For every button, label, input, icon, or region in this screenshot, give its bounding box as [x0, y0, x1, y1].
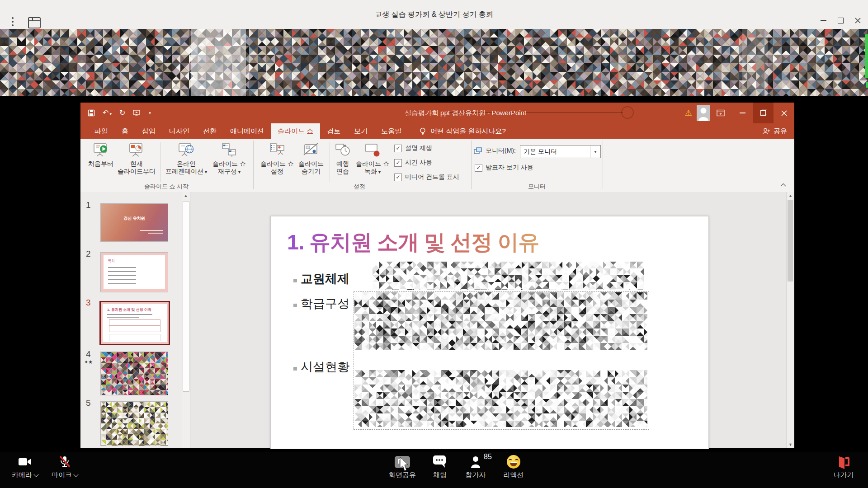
restore-window-button[interactable] — [833, 14, 848, 27]
hide-slide-button[interactable]: 슬라이드숨기기 — [292, 142, 330, 175]
slide-body: 1. 유치원 소개 및 선정 이유 — [103, 304, 167, 342]
share-button[interactable]: 공유 — [762, 123, 787, 139]
scrollbar-thumb[interactable] — [788, 200, 793, 282]
thumb3-title: 1. 유치원 소개 및 선정 이유 — [107, 307, 151, 312]
scroll-up-arrow[interactable]: ▲ — [787, 193, 794, 198]
slide-thumbnail-1[interactable]: 경산 유치원 — [100, 203, 168, 242]
dropdown-caret — [237, 168, 241, 175]
close-window-button[interactable] — [850, 14, 865, 27]
checkbox-icon — [394, 145, 402, 152]
record-slideshow-icon — [363, 142, 382, 159]
scroll-down-arrow[interactable]: ▼ — [787, 442, 794, 447]
bullet-square — [293, 279, 297, 282]
animation-star-icon: ✦★ — [84, 359, 93, 365]
participant-count: 85 — [484, 453, 492, 461]
slide-thumbnail-3-selected[interactable]: 1. 유치원 소개 및 선정 이유 — [99, 301, 170, 345]
censored-content-mosaic — [373, 262, 644, 290]
slide-number-selected: 3 — [86, 298, 91, 308]
checkbox-show-media-controls[interactable]: 미디어 컨트롤 표시 — [394, 173, 459, 181]
current-slide[interactable]: 1. 유치원 소개 및 선정 이유 교원체제 학급구성 시설현황 — [270, 216, 709, 449]
monitor-select[interactable]: 기본 모니터 — [520, 145, 601, 158]
rehearse-timings-button[interactable]: 예행연습 — [332, 142, 354, 175]
present-online-button[interactable]: 온라인프레젠테이션 — [164, 142, 209, 176]
from-beginning-button[interactable]: 처음부터 — [83, 142, 118, 168]
tab-transitions[interactable]: 전환 — [196, 123, 223, 139]
tab-design[interactable]: 디자인 — [162, 123, 196, 139]
warning-icon[interactable]: ⚠ — [685, 108, 692, 118]
bright-video-tile — [191, 29, 246, 96]
screen-edge-artifact — [866, 82, 868, 88]
scrollbar-thumb[interactable] — [183, 201, 189, 392]
ribbon-tabs: 파일 홈 삽입 디자인 전환 애니메이션 슬라이드 쇼 검토 보기 도움말 어떤… — [80, 123, 794, 139]
mouse-cursor — [400, 457, 410, 472]
chat-icon — [433, 455, 447, 469]
collapse-ribbon-button[interactable] — [780, 183, 786, 187]
chevron-down-icon[interactable] — [33, 472, 38, 477]
tell-me-search[interactable]: 어떤 작업을 원하시나요? — [419, 123, 506, 139]
ppt-minimize-button[interactable] — [732, 103, 753, 123]
dropdown-arrow[interactable] — [590, 145, 600, 158]
checkbox-play-narrations[interactable]: 설명 재생 — [394, 144, 432, 152]
tab-file[interactable]: 파일 — [88, 123, 115, 139]
mic-muted-icon — [58, 455, 71, 468]
ribbon-display-options-icon[interactable] — [717, 109, 725, 117]
participant-video-strip[interactable] — [0, 29, 868, 96]
from-current-slide-button[interactable]: 현재슬라이드부터 — [115, 142, 158, 175]
account-avatar[interactable] — [697, 105, 710, 121]
mic-button-muted[interactable]: 마이크 — [43, 454, 86, 479]
monitor-icon — [474, 147, 482, 155]
participants-button[interactable]: 85 참가자 — [454, 454, 497, 479]
tab-insert[interactable]: 삽입 — [135, 123, 162, 139]
ppt-close-button[interactable] — [774, 103, 794, 123]
checkbox-use-timings[interactable]: 시간 사용 — [394, 159, 432, 167]
meeting-toolbar: 카메라 마이크 화면공유 — [0, 452, 868, 488]
custom-slideshow-button[interactable]: 슬라이드 쇼재구성 — [208, 142, 251, 176]
slide-thumbnail-5[interactable] — [100, 401, 168, 446]
tab-view[interactable]: 보기 — [347, 123, 374, 139]
slide-thumbnail-2[interactable]: 목차 — [100, 252, 168, 292]
custom-slideshow-icon — [220, 142, 238, 159]
censored-content-mosaic — [354, 292, 647, 350]
minimize-window-button[interactable] — [816, 14, 831, 27]
slide-thumbnail-4[interactable] — [100, 352, 168, 395]
group-label-setup: 설정 — [253, 183, 466, 191]
group-label-start-slideshow: 슬라이드 쇼 시작 — [80, 183, 252, 191]
camera-icon — [18, 457, 32, 467]
tab-review[interactable]: 검토 — [320, 123, 347, 139]
camera-button[interactable]: 카메라 — [3, 454, 47, 479]
slide-area-scrollbar[interactable]: ▲ ▼ — [786, 192, 794, 448]
chevron-down-icon[interactable] — [73, 472, 78, 477]
censored-video-mosaic — [0, 29, 868, 96]
slide-bullet-3: 시설현황 — [301, 359, 349, 375]
meeting-app-screen: 교생 실습 평가회 & 상반기 정기 총회 ↶▾ ↻ — [0, 0, 868, 488]
thumb-text-line — [148, 233, 163, 234]
censored-thumbnail-mosaic — [101, 352, 168, 395]
leave-door-icon — [837, 455, 850, 469]
checkbox-use-presenter-view[interactable]: 발표자 보기 사용 — [475, 164, 533, 172]
tab-slideshow[interactable]: 슬라이드 쇼 — [271, 123, 320, 139]
record-slideshow-button[interactable]: 슬라이드 쇼녹화 — [353, 142, 392, 176]
share-person-icon — [762, 127, 770, 135]
thumbnail-scrollbar[interactable]: ▲ — [182, 192, 190, 448]
slide-bullet-2: 학급구성 — [301, 296, 349, 312]
slide-body: 목차 — [104, 255, 165, 289]
thumb-table — [109, 334, 160, 341]
tab-animations[interactable]: 애니메이션 — [223, 123, 271, 139]
checkbox-icon — [475, 164, 482, 172]
group-label-monitors: 모니터 — [471, 183, 603, 191]
present-online-icon — [177, 142, 195, 159]
tab-help[interactable]: 도움말 — [374, 123, 408, 139]
ppt-restore-button[interactable] — [753, 103, 774, 123]
tab-home[interactable]: 홈 — [115, 123, 135, 139]
thumb2-title: 목차 — [108, 258, 115, 263]
slideshow-ribbon: 처음부터 현재슬라이드부터 — [80, 139, 794, 192]
slide-number: 1 — [86, 200, 91, 210]
scroll-up-arrow[interactable]: ▲ — [182, 193, 190, 198]
leave-button[interactable]: 나가기 — [822, 454, 865, 479]
lightbulb-icon — [419, 127, 426, 135]
thumb-text-line — [140, 230, 163, 231]
hide-slide-icon — [302, 142, 320, 159]
bullet-square — [293, 304, 297, 307]
meeting-titlebar: 교생 실습 평가회 & 상반기 정기 총회 — [0, 0, 868, 29]
reactions-button[interactable]: 리액션 — [492, 454, 535, 479]
